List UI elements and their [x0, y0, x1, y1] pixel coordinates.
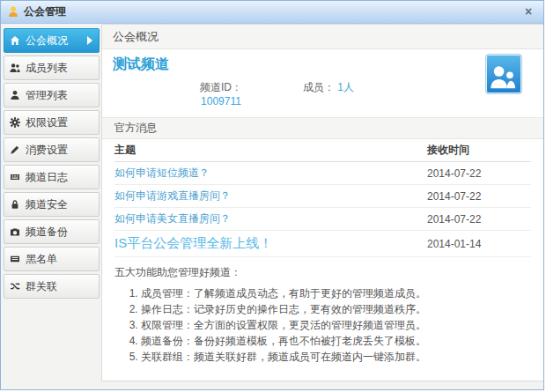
- feature-intro: 五大功能助您管理好频道：: [114, 265, 531, 280]
- channel-overview-section: 测试频道 频道ID： 1009711 成员： 1人: [102, 49, 543, 118]
- shuffle-icon: [10, 281, 20, 292]
- guild-manager-window: 公会管理 × 公会概况 成员列表 管理列: [0, 0, 544, 390]
- sidebar-item-group-link[interactable]: 群关联: [4, 274, 100, 299]
- lock-icon: [10, 199, 20, 210]
- feature-item: 频道备份：备份好频道模板，再也不怕被打老虎丢失了模板。: [141, 334, 531, 349]
- users-icon: [10, 63, 20, 73]
- channel-id-label: 频道ID：: [200, 81, 242, 93]
- sidebar-item-label: 管理列表: [26, 88, 68, 103]
- sidebar-item-admin-list[interactable]: 管理列表: [4, 83, 100, 107]
- feature-item: 操作日志：记录好历史的操作日志，更有效的管理频道秩序。: [141, 302, 531, 317]
- users-avatar-icon: [489, 62, 519, 93]
- title-bar: 公会管理 ×: [1, 1, 543, 24]
- home-icon: [10, 35, 20, 46]
- sidebar-item-label: 公会概况: [26, 33, 68, 48]
- sidebar-item-label: 频道备份: [26, 225, 68, 240]
- channel-members-field: 成员： 1人: [303, 80, 354, 108]
- official-messages-header: 官方消息: [102, 118, 543, 139]
- members-value: 1人: [337, 81, 354, 93]
- active-arrow-icon: [87, 36, 92, 45]
- channel-avatar[interactable]: [485, 54, 522, 94]
- feature-item: 成员管理：了解频道成员动态，有助于更好的管理频道成员。: [141, 286, 531, 301]
- message-link[interactable]: IS平台公会管理全新上线！: [114, 235, 427, 252]
- sidebar-item-channel-backup[interactable]: 频道备份: [4, 219, 100, 244]
- message-link[interactable]: 如何申请游戏直播房间？: [114, 189, 427, 203]
- channel-id-field: 频道ID： 1009711: [155, 80, 287, 108]
- sidebar-item-member-list[interactable]: 成员列表: [4, 55, 100, 80]
- message-link[interactable]: 如何申请短位频道？: [114, 166, 427, 181]
- channel-name: 测试频道: [113, 55, 533, 74]
- message-time: 2014-01-14: [427, 238, 531, 250]
- message-time: 2014-07-22: [427, 190, 531, 203]
- main-area: 公会概况 成员列表 管理列表 权限设置: [1, 24, 543, 389]
- message-time: 2014-07-22: [427, 167, 531, 180]
- table-row: 如何申请美女直播房间？ 2014-07-22: [114, 208, 531, 231]
- sidebar-item-label: 频道日志: [26, 170, 68, 185]
- sidebar-item-channel-log[interactable]: 频道日志: [4, 165, 100, 189]
- gear-icon: [10, 117, 20, 128]
- message-time: 2014-07-22: [427, 213, 531, 226]
- sidebar-item-label: 权限设置: [26, 115, 68, 130]
- column-header-time: 接收时间: [427, 143, 531, 158]
- table-row: IS平台公会管理全新上线！ 2014-01-14: [114, 231, 531, 257]
- feature-intro-section: 五大功能助您管理好频道： 成员管理：了解频道成员动态，有助于更好的管理频道成员。…: [102, 257, 543, 366]
- sidebar-item-permission-settings[interactable]: 权限设置: [4, 110, 100, 135]
- official-messages-table: 主题 接收时间 如何申请短位频道？ 2014-07-22 如何申请游戏直播房间？…: [102, 139, 543, 257]
- sidebar-item-consumption-settings[interactable]: 消费设置: [4, 137, 100, 162]
- column-header-subject: 主题: [114, 143, 427, 158]
- members-label: 成员：: [303, 81, 335, 93]
- camera-icon: [10, 226, 20, 237]
- log-icon: [10, 172, 20, 182]
- page-title: 公会概况: [102, 25, 543, 49]
- sidebar-item-label: 黑名单: [26, 252, 57, 267]
- channel-meta: 频道ID： 1009711 成员： 1人: [113, 80, 533, 108]
- feature-item: 权限管理：全方面的设置权限，更灵活的管理好频道管理员。: [141, 318, 531, 333]
- window-title: 公会管理: [24, 4, 66, 19]
- sidebar-item-label: 消费设置: [26, 143, 68, 158]
- message-link[interactable]: 如何申请美女直播房间？: [114, 211, 427, 226]
- sidebar-item-label: 群关联: [26, 279, 57, 294]
- sidebar-item-guild-overview[interactable]: 公会概况: [4, 28, 100, 53]
- sidebar: 公会概况 成员列表 管理列表 权限设置: [1, 24, 101, 389]
- sidebar-item-label: 成员列表: [26, 61, 68, 76]
- pen-icon: [10, 144, 20, 155]
- feature-list: 成员管理：了解频道成员动态，有助于更好的管理频道成员。 操作日志：记录好历史的操…: [141, 286, 531, 365]
- app-person-icon: [8, 6, 19, 18]
- table-header-row: 主题 接收时间: [114, 139, 531, 162]
- channel-id-value: 1009711: [201, 95, 241, 107]
- sidebar-item-label: 频道安全: [26, 197, 68, 212]
- close-icon[interactable]: ×: [520, 5, 536, 19]
- sidebar-item-blacklist[interactable]: 黑名单: [4, 247, 100, 271]
- content-panel: 公会概况 测试频道 频道ID： 1009711 成员： 1人: [101, 24, 543, 381]
- list-icon: [10, 254, 20, 264]
- table-row: 如何申请短位频道？ 2014-07-22: [114, 162, 531, 185]
- user-icon: [10, 90, 20, 100]
- table-row: 如何申请游戏直播房间？ 2014-07-22: [114, 185, 531, 208]
- sidebar-item-channel-security[interactable]: 频道安全: [4, 192, 100, 217]
- feature-item: 关联群组：频道关联好群，频道成员可在频道内一键添加群。: [141, 350, 531, 365]
